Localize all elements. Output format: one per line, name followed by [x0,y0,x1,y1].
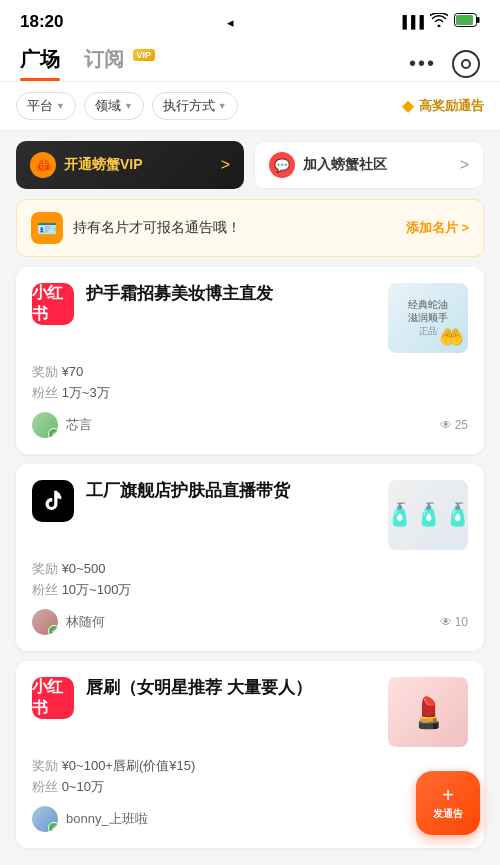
publisher-avatar: ✓ [32,412,58,438]
task-card[interactable]: 工厂旗舰店护肤品直播带货 🧴 🧴 🧴 奖励 ¥0~500 粉丝 10万~100万 [16,464,484,651]
filter-platform[interactable]: 平台 ▼ [16,92,76,120]
publisher-avatar: ✓ [32,806,58,832]
task-footer: ✓ bonny_上班啦 👁 107 [32,806,468,832]
filter-domain[interactable]: 领域 ▼ [84,92,144,120]
vip-logo: 🦀 [30,152,56,178]
card-notice-text: 持有名片才可报名通告哦！ [73,219,406,237]
xhs-logo: 小红书 [32,677,74,719]
more-options-button[interactable]: ••• [409,52,436,75]
battery-icon [454,13,480,31]
fans-row: 粉丝 10万~100万 [32,581,468,599]
task-header: 小红书 唇刷（女明星推荐 大量要人） 💄 [32,677,468,747]
task-thumbnail: 💄 [388,677,468,747]
reward-row: 奖励 ¥0~100+唇刷(价值¥15) [32,757,468,775]
task-info: 奖励 ¥0~500 粉丝 10万~100万 [32,560,468,599]
status-icons: ▐▐▐ [398,13,480,31]
task-title: 工厂旗舰店护肤品直播带货 [86,480,376,502]
reward-value: ¥70 [62,364,84,379]
publisher-avatar: ✓ [32,609,58,635]
crab-icon: 🦀 [35,157,52,173]
task-info: 奖励 ¥70 粉丝 1万~3万 [32,363,468,402]
publisher-name: 林随何 [66,613,105,631]
tab-dingyue[interactable]: 订阅 VIP [84,46,155,81]
chat-icon: 💬 [269,152,295,178]
card-icon: 🪪 [31,212,63,244]
plus-icon: + [442,785,454,805]
eye-icon: 👁 [440,615,452,629]
high-reward-button[interactable]: ◆ 高奖励通告 [402,97,484,115]
banner-row: 🦀 开通螃蟹VIP > 💬 加入螃蟹社区 > [0,131,500,199]
fans-row: 粉丝 1万~3万 [32,384,468,402]
task-header: 小红书 护手霜招募美妆博主直发 经典蛇油滋润顺手正品 🤲 [32,283,468,353]
task-card[interactable]: 小红书 唇刷（女明星推荐 大量要人） 💄 奖励 ¥0~100+唇刷(价值¥15)… [16,661,484,848]
task-footer: ✓ 芯言 👁 25 [32,412,468,438]
tab-guangchang[interactable]: 广场 [20,46,60,81]
arrow-icon: > [460,156,469,174]
task-info: 奖励 ¥0~100+唇刷(价值¥15) 粉丝 0~10万 [32,757,468,796]
add-card-button[interactable]: 添加名片 > [406,219,469,237]
publish-announcement-button[interactable]: + 发通告 [416,771,480,835]
reward-row: 奖励 ¥0~500 [32,560,468,578]
reward-value: ¥0~100+唇刷(价值¥15) [62,758,196,773]
fans-value: 10万~100万 [62,582,132,597]
publisher-name: bonny_上班啦 [66,810,148,828]
platform-icon-tiktok [32,480,74,522]
community-banner[interactable]: 💬 加入螃蟹社区 > [254,141,484,189]
task-footer: ✓ 林随何 👁 10 [32,609,468,635]
task-thumbnail: 🧴 🧴 🧴 [388,480,468,550]
nav-tabs: 广场 订阅 VIP ••• [0,40,500,82]
fans-value: 1万~3万 [62,385,110,400]
signal-icon: ▐▐▐ [398,15,424,29]
svg-rect-1 [456,15,473,25]
xhs-logo: 小红书 [32,283,74,325]
filter-row: 平台 ▼ 领域 ▼ 执行方式 ▼ ◆ 高奖励通告 [0,82,500,131]
vip-banner-text: 开通螃蟹VIP [64,156,213,174]
vip-banner[interactable]: 🦀 开通螃蟹VIP > [16,141,244,189]
scan-button[interactable] [452,50,480,78]
task-card[interactable]: 小红书 护手霜招募美妆博主直发 经典蛇油滋润顺手正品 🤲 奖励 ¥70 粉丝 1… [16,267,484,454]
task-header: 工厂旗舰店护肤品直播带货 🧴 🧴 🧴 [32,480,468,550]
task-list: 小红书 护手霜招募美妆博主直发 经典蛇油滋润顺手正品 🤲 奖励 ¥70 粉丝 1… [0,267,500,848]
chevron-down-icon: ▼ [56,101,65,111]
product-image: 💄 [388,677,468,747]
reward-value: ¥0~500 [62,561,106,576]
chevron-down-icon: ▼ [124,101,133,111]
diamond-icon: ◆ [402,97,414,115]
svg-rect-2 [477,17,480,23]
platform-icon-xhs: 小红书 [32,677,74,719]
filter-execution[interactable]: 执行方式 ▼ [152,92,238,120]
task-thumbnail: 经典蛇油滋润顺手正品 🤲 [388,283,468,353]
publisher-name: 芯言 [66,416,92,434]
chevron-down-icon: ▼ [218,101,227,111]
views-count: 25 [455,418,468,432]
task-title: 唇刷（女明星推荐 大量要人） [86,677,376,699]
status-time: 18:20 [20,12,63,32]
verified-badge: ✓ [48,428,58,438]
task-title: 护手霜招募美妆博主直发 [86,283,376,305]
platform-icon-xhs: 小红书 [32,283,74,325]
community-banner-text: 加入螃蟹社区 [303,156,452,174]
arrow-icon: > [221,156,230,174]
tiktok-logo [40,488,66,514]
verified-badge: ✓ [48,625,58,635]
task-views: 👁 25 [440,418,468,432]
views-count: 10 [455,615,468,629]
verified-badge: ✓ [48,822,58,832]
fans-row: 粉丝 0~10万 [32,778,468,796]
card-notice-banner[interactable]: 🪪 持有名片才可报名通告哦！ 添加名片 > [16,199,484,257]
product-image: 经典蛇油滋润顺手正品 🤲 [388,283,468,353]
fab-label: 发通告 [433,807,463,821]
eye-icon: 👁 [440,418,452,432]
scan-icon [461,59,471,69]
vip-badge: VIP [133,49,156,61]
task-views: 👁 10 [440,615,468,629]
reward-row: 奖励 ¥70 [32,363,468,381]
fans-value: 0~10万 [62,779,104,794]
product-image: 🧴 🧴 🧴 [388,480,468,550]
location-icon: ◂ [227,15,234,30]
wifi-icon [430,13,448,31]
status-bar: 18:20 ◂ ▐▐▐ [0,0,500,40]
